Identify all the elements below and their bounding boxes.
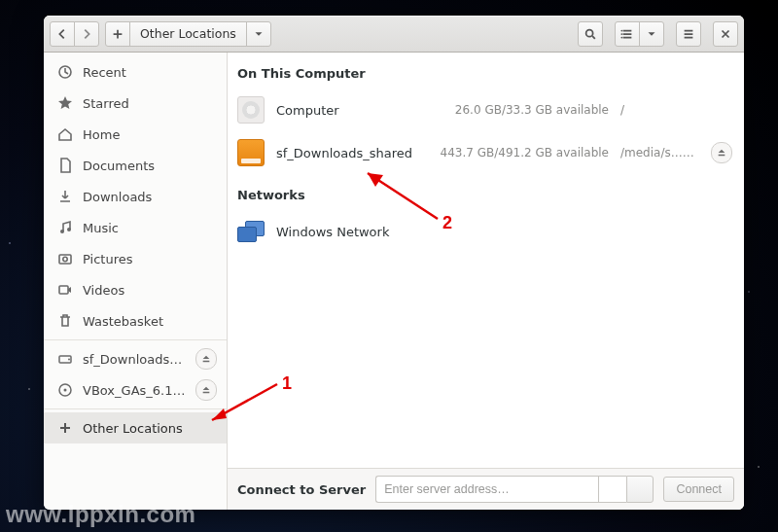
server-help-button[interactable] — [598, 476, 626, 503]
server-address-box — [375, 476, 654, 503]
document-icon — [57, 158, 73, 173]
plus-icon — [111, 27, 124, 41]
sidebar-item-recent[interactable]: Recent — [44, 56, 227, 88]
svg-rect-7 — [59, 255, 71, 264]
location-available: 443.7 GB/491.2 GB available — [434, 146, 609, 160]
chevron-right-icon — [80, 27, 93, 41]
svg-point-2 — [620, 33, 622, 35]
sidebar-item-downloads[interactable]: Downloads — [44, 181, 227, 212]
watermark-text: www.lppxin.com — [6, 503, 195, 526]
sidebar-item-pictures[interactable]: Pictures — [44, 243, 227, 274]
connect-to-server-bar: Connect to Server Connect — [228, 468, 744, 510]
eject-button[interactable] — [195, 379, 217, 401]
view-options-button[interactable] — [639, 21, 664, 47]
sidebar-item-starred[interactable]: Starred — [44, 88, 227, 119]
server-address-input[interactable] — [375, 476, 598, 503]
section-on-this-computer: On This Computer — [228, 53, 744, 89]
plus-icon — [57, 420, 73, 436]
location-name: Computer — [276, 103, 422, 118]
back-button[interactable] — [50, 21, 75, 47]
sidebar-item-label: Wastebasket — [83, 314, 217, 329]
forward-button[interactable] — [74, 21, 99, 47]
sidebar-item-home[interactable]: Home — [44, 119, 227, 150]
sidebar-item-label: sf_Downloads_shared — [83, 352, 186, 367]
sidebar-item-label: Recent — [83, 65, 217, 80]
location-path: / — [620, 103, 699, 117]
svg-point-6 — [67, 228, 71, 231]
path-segment-other-locations[interactable]: Other Locations — [129, 21, 247, 47]
headerbar: Other Locations — [44, 16, 744, 53]
path-add-button[interactable] — [105, 21, 130, 47]
server-history-button[interactable] — [626, 476, 654, 503]
disc-icon — [57, 382, 73, 398]
section-networks: Networks — [228, 174, 744, 210]
nav-buttons — [50, 21, 99, 47]
sidebar-item-documents[interactable]: Documents — [44, 150, 227, 181]
sidebar-item-label: Music — [83, 221, 217, 235]
search-button[interactable] — [578, 21, 603, 47]
svg-point-0 — [586, 29, 593, 36]
sidebar-item-label: Downloads — [83, 190, 217, 204]
chevron-left-icon — [55, 27, 69, 41]
sidebar-item-music[interactable]: Music — [44, 212, 227, 243]
view-switcher — [615, 21, 664, 47]
video-icon — [57, 282, 73, 298]
trash-icon — [57, 313, 73, 329]
eject-icon — [201, 352, 211, 367]
download-icon — [57, 189, 73, 204]
location-available: 26.0 GB/33.3 GB available — [434, 103, 609, 117]
location-path: /media/s…s_shared — [620, 146, 699, 160]
sidebar-separator — [44, 339, 227, 340]
sidebar-item-label: Videos — [83, 283, 217, 298]
svg-point-5 — [60, 230, 64, 233]
sidebar-item-label: Home — [83, 127, 217, 142]
places-sidebar: Recent Starred Home Documents Downloads … — [44, 53, 228, 510]
list-view-button[interactable] — [615, 21, 640, 47]
star-icon — [57, 95, 73, 111]
eject-button[interactable] — [195, 348, 217, 370]
file-manager-window: Other Locations — [44, 16, 744, 510]
other-locations-view: On This Computer Computer 26.0 GB/33.3 G… — [228, 53, 744, 510]
close-icon — [719, 27, 732, 41]
connect-label: Connect to Server — [237, 482, 366, 497]
sidebar-mount-sf-downloads-shared[interactable]: sf_Downloads_shared — [44, 343, 227, 374]
camera-icon — [57, 251, 73, 266]
sidebar-item-label: VBox_GAs_6.1.16 — [83, 383, 186, 398]
clock-icon — [57, 64, 73, 80]
path-label: Other Locations — [140, 26, 236, 41]
location-row-computer[interactable]: Computer 26.0 GB/33.3 GB available / — [228, 89, 744, 131]
location-name: sf_Downloads_shared — [276, 146, 422, 160]
close-window-button[interactable] — [713, 21, 738, 47]
svg-point-3 — [620, 36, 622, 38]
connect-button-label: Connect — [676, 482, 722, 496]
svg-point-13 — [64, 389, 67, 392]
network-name: Windows Network — [276, 225, 734, 239]
external-drive-icon — [237, 139, 265, 166]
connect-button[interactable]: Connect — [663, 477, 734, 502]
search-icon — [584, 27, 597, 41]
network-icon — [237, 218, 265, 245]
sidebar-item-other-locations[interactable]: Other Locations — [44, 412, 227, 443]
path-bar: Other Locations — [105, 21, 271, 47]
sidebar-mount-vbox-gas[interactable]: VBox_GAs_6.1.16 — [44, 374, 227, 406]
sidebar-item-label: Other Locations — [83, 421, 217, 436]
drive-icon — [57, 351, 73, 367]
svg-rect-9 — [59, 286, 68, 294]
sidebar-item-label: Starred — [83, 96, 217, 111]
path-dropdown-button[interactable] — [246, 21, 271, 47]
sidebar-item-videos[interactable]: Videos — [44, 274, 227, 305]
hamburger-menu-button[interactable] — [676, 21, 701, 47]
sidebar-item-wastebasket[interactable]: Wastebasket — [44, 305, 227, 337]
harddisk-icon — [237, 96, 265, 124]
svg-point-11 — [68, 359, 70, 361]
location-row-sf-downloads-shared[interactable]: sf_Downloads_shared 443.7 GB/491.2 GB av… — [228, 131, 744, 174]
network-row-windows[interactable]: Windows Network — [228, 210, 744, 253]
svg-point-8 — [63, 257, 67, 261]
window-body: Recent Starred Home Documents Downloads … — [44, 53, 744, 510]
hamburger-icon — [682, 27, 695, 41]
svg-point-1 — [620, 29, 622, 31]
list-view-icon — [620, 27, 634, 41]
sidebar-item-label: Pictures — [83, 252, 217, 266]
home-icon — [57, 126, 73, 142]
eject-button[interactable] — [711, 142, 732, 163]
